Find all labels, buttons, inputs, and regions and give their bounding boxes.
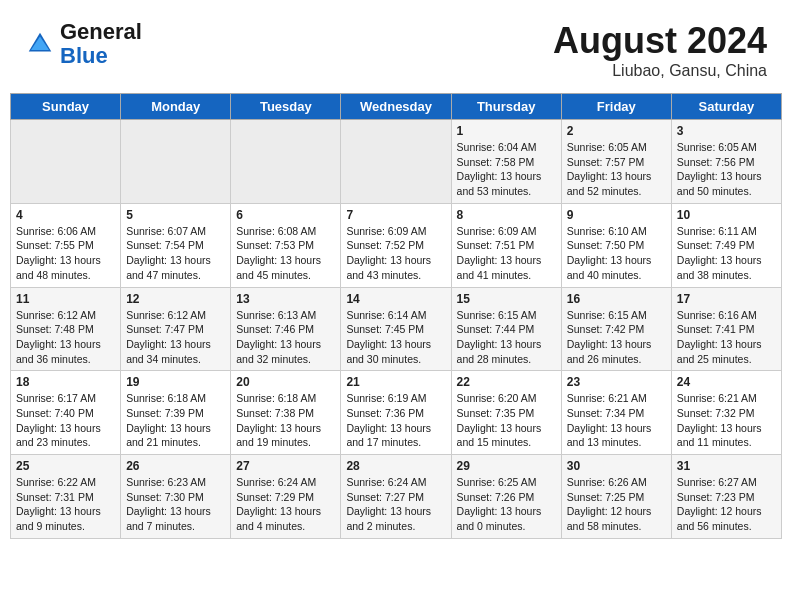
- day-number: 31: [677, 459, 776, 473]
- day-info-line: Daylight: 13 hours: [677, 338, 762, 350]
- day-info-line: Sunrise: 6:05 AM: [567, 141, 647, 153]
- day-info: Sunrise: 6:13 AMSunset: 7:46 PMDaylight:…: [236, 308, 335, 367]
- day-info: Sunrise: 6:14 AMSunset: 7:45 PMDaylight:…: [346, 308, 445, 367]
- day-info-line: and 26 minutes.: [567, 353, 642, 365]
- day-info-line: Sunrise: 6:08 AM: [236, 225, 316, 237]
- calendar-day-cell: 24Sunrise: 6:21 AMSunset: 7:32 PMDayligh…: [671, 371, 781, 455]
- day-number: 7: [346, 208, 445, 222]
- day-number: 14: [346, 292, 445, 306]
- day-info-line: Sunset: 7:38 PM: [236, 407, 314, 419]
- day-number: 22: [457, 375, 556, 389]
- calendar-day-cell: 22Sunrise: 6:20 AMSunset: 7:35 PMDayligh…: [451, 371, 561, 455]
- day-info: Sunrise: 6:07 AMSunset: 7:54 PMDaylight:…: [126, 224, 225, 283]
- day-info-line: Sunrise: 6:18 AM: [236, 392, 316, 404]
- day-info-line: Sunrise: 6:06 AM: [16, 225, 96, 237]
- day-info-line: Daylight: 13 hours: [677, 170, 762, 182]
- day-number: 21: [346, 375, 445, 389]
- day-info-line: Sunrise: 6:07 AM: [126, 225, 206, 237]
- day-info-line: Sunrise: 6:16 AM: [677, 309, 757, 321]
- day-info-line: and 36 minutes.: [16, 353, 91, 365]
- day-info-line: Sunset: 7:56 PM: [677, 156, 755, 168]
- day-info: Sunrise: 6:19 AMSunset: 7:36 PMDaylight:…: [346, 391, 445, 450]
- day-info-line: and 28 minutes.: [457, 353, 532, 365]
- calendar-week-row: 25Sunrise: 6:22 AMSunset: 7:31 PMDayligh…: [11, 455, 782, 539]
- calendar-day-cell: 8Sunrise: 6:09 AMSunset: 7:51 PMDaylight…: [451, 203, 561, 287]
- day-info-line: Sunrise: 6:15 AM: [567, 309, 647, 321]
- calendar-day-cell: 27Sunrise: 6:24 AMSunset: 7:29 PMDayligh…: [231, 455, 341, 539]
- day-info-line: and 50 minutes.: [677, 185, 752, 197]
- day-info-line: and 11 minutes.: [677, 436, 752, 448]
- day-info-line: Daylight: 13 hours: [346, 505, 431, 517]
- day-info-line: Daylight: 13 hours: [567, 338, 652, 350]
- day-number: 30: [567, 459, 666, 473]
- day-info-line: Sunset: 7:54 PM: [126, 239, 204, 251]
- calendar-day-cell: 3Sunrise: 6:05 AMSunset: 7:56 PMDaylight…: [671, 120, 781, 204]
- calendar-week-row: 11Sunrise: 6:12 AMSunset: 7:48 PMDayligh…: [11, 287, 782, 371]
- day-info-line: Sunset: 7:35 PM: [457, 407, 535, 419]
- day-info-line: Daylight: 13 hours: [16, 422, 101, 434]
- day-info-line: Sunrise: 6:25 AM: [457, 476, 537, 488]
- calendar-day-header: Saturday: [671, 94, 781, 120]
- day-number: 17: [677, 292, 776, 306]
- header: General Blue August 2024 Liubao, Gansu, …: [10, 10, 782, 85]
- day-info-line: and 56 minutes.: [677, 520, 752, 532]
- day-info-line: Sunset: 7:47 PM: [126, 323, 204, 335]
- day-info-line: Sunset: 7:53 PM: [236, 239, 314, 251]
- day-info: Sunrise: 6:21 AMSunset: 7:32 PMDaylight:…: [677, 391, 776, 450]
- calendar-day-cell: 5Sunrise: 6:07 AMSunset: 7:54 PMDaylight…: [121, 203, 231, 287]
- day-info: Sunrise: 6:25 AMSunset: 7:26 PMDaylight:…: [457, 475, 556, 534]
- day-info-line: Sunset: 7:52 PM: [346, 239, 424, 251]
- day-info-line: Sunset: 7:27 PM: [346, 491, 424, 503]
- day-number: 20: [236, 375, 335, 389]
- day-info-line: and 13 minutes.: [567, 436, 642, 448]
- day-info-line: Daylight: 13 hours: [16, 254, 101, 266]
- day-info-line: and 9 minutes.: [16, 520, 85, 532]
- day-info-line: Daylight: 13 hours: [457, 338, 542, 350]
- day-number: 12: [126, 292, 225, 306]
- day-info: Sunrise: 6:26 AMSunset: 7:25 PMDaylight:…: [567, 475, 666, 534]
- day-info-line: and 52 minutes.: [567, 185, 642, 197]
- day-info-line: Daylight: 13 hours: [457, 505, 542, 517]
- day-info: Sunrise: 6:10 AMSunset: 7:50 PMDaylight:…: [567, 224, 666, 283]
- calendar-day-cell: 23Sunrise: 6:21 AMSunset: 7:34 PMDayligh…: [561, 371, 671, 455]
- day-info-line: and 34 minutes.: [126, 353, 201, 365]
- day-number: 25: [16, 459, 115, 473]
- calendar-day-cell: 28Sunrise: 6:24 AMSunset: 7:27 PMDayligh…: [341, 455, 451, 539]
- calendar-day-cell: 21Sunrise: 6:19 AMSunset: 7:36 PMDayligh…: [341, 371, 451, 455]
- day-info-line: Sunrise: 6:24 AM: [346, 476, 426, 488]
- day-info-line: Sunrise: 6:23 AM: [126, 476, 206, 488]
- calendar-day-cell: 13Sunrise: 6:13 AMSunset: 7:46 PMDayligh…: [231, 287, 341, 371]
- calendar-day-header: Sunday: [11, 94, 121, 120]
- day-info-line: and 38 minutes.: [677, 269, 752, 281]
- calendar-day-cell: [231, 120, 341, 204]
- day-info: Sunrise: 6:12 AMSunset: 7:47 PMDaylight:…: [126, 308, 225, 367]
- day-info-line: and 2 minutes.: [346, 520, 415, 532]
- day-info-line: Daylight: 13 hours: [236, 338, 321, 350]
- day-info-line: Sunrise: 6:21 AM: [677, 392, 757, 404]
- day-info: Sunrise: 6:08 AMSunset: 7:53 PMDaylight:…: [236, 224, 335, 283]
- day-number: 26: [126, 459, 225, 473]
- day-info: Sunrise: 6:05 AMSunset: 7:56 PMDaylight:…: [677, 140, 776, 199]
- day-number: 29: [457, 459, 556, 473]
- calendar-day-cell: 16Sunrise: 6:15 AMSunset: 7:42 PMDayligh…: [561, 287, 671, 371]
- day-info-line: Daylight: 13 hours: [346, 254, 431, 266]
- day-info-line: Sunrise: 6:21 AM: [567, 392, 647, 404]
- day-info-line: Sunrise: 6:20 AM: [457, 392, 537, 404]
- day-number: 3: [677, 124, 776, 138]
- calendar-day-cell: 17Sunrise: 6:16 AMSunset: 7:41 PMDayligh…: [671, 287, 781, 371]
- day-info-line: Sunset: 7:29 PM: [236, 491, 314, 503]
- day-number: 16: [567, 292, 666, 306]
- day-info-line: and 47 minutes.: [126, 269, 201, 281]
- day-info-line: Sunset: 7:30 PM: [126, 491, 204, 503]
- logo: General Blue: [25, 20, 142, 68]
- calendar-day-header: Monday: [121, 94, 231, 120]
- day-info: Sunrise: 6:06 AMSunset: 7:55 PMDaylight:…: [16, 224, 115, 283]
- day-number: 15: [457, 292, 556, 306]
- day-info-line: Sunrise: 6:05 AM: [677, 141, 757, 153]
- calendar-day-cell: 4Sunrise: 6:06 AMSunset: 7:55 PMDaylight…: [11, 203, 121, 287]
- day-number: 19: [126, 375, 225, 389]
- day-info-line: and 30 minutes.: [346, 353, 421, 365]
- day-info-line: Sunrise: 6:13 AM: [236, 309, 316, 321]
- day-info-line: Daylight: 12 hours: [567, 505, 652, 517]
- day-info-line: and 19 minutes.: [236, 436, 311, 448]
